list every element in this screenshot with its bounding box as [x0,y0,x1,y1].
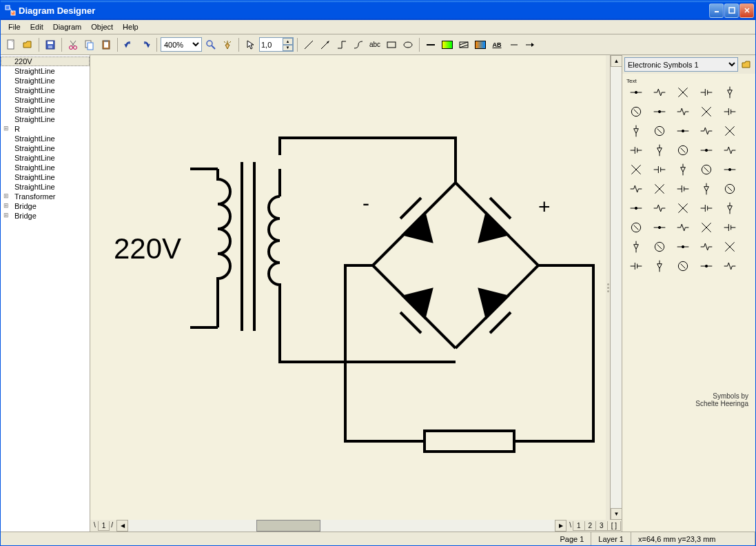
palette-symbol[interactable] [697,161,716,178]
symbol-palette[interactable]: Text Symbols by Schelte Heeringa [622,74,755,532]
zoom-icon[interactable] [203,37,218,52]
spin-up[interactable]: ▲ [283,38,293,45]
zoom-combo[interactable]: 400% [161,37,202,52]
undo-button[interactable] [121,37,136,52]
line-style-icon[interactable] [423,37,438,52]
tree-item[interactable]: StraightLine [1,172,90,182]
line-tool[interactable] [301,37,316,52]
palette-symbol[interactable] [626,84,646,101]
textformat-icon[interactable]: AB [489,37,504,52]
palette-symbol[interactable] [626,181,646,197]
palette-symbol[interactable] [626,258,646,274]
linecolor-icon[interactable] [440,37,455,52]
linewidth-spinner[interactable]: 1,0 ▲▼ [259,37,294,52]
palette-browse-icon[interactable] [739,58,753,72]
palette-symbol[interactable] [673,219,693,236]
palette-symbol[interactable] [697,258,716,274]
palette-symbol[interactable] [626,239,646,255]
tree-item[interactable]: Transformer [1,192,90,201]
layer-tab-new[interactable]: [ ] [607,521,621,531]
arrow-tool[interactable] [318,37,333,52]
palette-symbol[interactable] [697,219,716,236]
menu-object[interactable]: Object [86,21,118,32]
palette-symbol[interactable] [673,142,693,159]
palette-symbol[interactable] [650,181,669,197]
tree-item[interactable]: StraightLine [1,76,90,85]
object-tree[interactable]: 220VStraightLineStraightLineStraightLine… [1,55,90,532]
palette-symbol[interactable] [697,239,716,255]
pointer-tool[interactable] [243,37,258,52]
save-button[interactable] [43,37,58,52]
palette-symbol[interactable] [650,103,669,120]
palette-symbol[interactable] [626,123,646,139]
palette-symbol[interactable] [673,103,693,120]
canvas[interactable]: 220V - + [90,55,606,520]
palette-symbol[interactable] [650,200,669,216]
copy-button[interactable] [82,37,97,52]
tree-item[interactable]: StraightLine [1,114,90,124]
arrow-end-icon[interactable] [522,37,538,52]
open-button[interactable] [20,37,35,52]
minimize-button[interactable] [709,3,724,18]
palette-symbol[interactable] [720,219,739,236]
palette-symbol[interactable] [626,103,646,120]
palette-symbol[interactable] [697,142,716,159]
palette-symbol[interactable] [673,123,693,139]
scroll-up-icon[interactable]: ▲ [611,55,622,67]
palette-symbol[interactable] [650,161,669,178]
tree-item[interactable]: StraightLine [1,134,90,143]
palette-symbol[interactable] [720,200,739,216]
palette-symbol[interactable] [650,239,669,255]
palette-symbol[interactable] [720,142,739,159]
tree-item[interactable]: 220V [1,57,90,66]
tree-item[interactable]: StraightLine [1,182,90,192]
tree-item[interactable]: StraightLine [1,85,90,95]
palette-symbol[interactable] [720,239,739,255]
layer-tab-1[interactable]: 1 [573,521,585,531]
palette-symbol[interactable] [697,103,716,120]
close-button[interactable] [739,3,754,18]
cut-button[interactable] [65,37,81,52]
spin-down[interactable]: ▼ [283,45,293,52]
palette-symbol[interactable] [720,258,739,274]
palette-text-item[interactable]: Text [626,78,646,84]
palette-symbol[interactable] [673,200,693,216]
palette-symbol[interactable] [626,142,646,159]
text-tool[interactable]: abc [367,37,382,52]
page-tab-1[interactable]: 1 [98,521,110,531]
horizontal-scrollbar[interactable]: ◀ ▶ [116,520,566,532]
tree-item[interactable]: Bridge [1,201,90,211]
menu-edit[interactable]: Edit [25,21,48,32]
tree-item[interactable]: StraightLine [1,143,90,153]
tree-item[interactable]: StraightLine [1,163,90,172]
ellipse-tool[interactable] [400,37,416,52]
tree-item[interactable]: StraightLine [1,66,90,76]
palette-symbol[interactable] [673,181,693,197]
palette-symbol[interactable] [720,103,739,120]
palette-category-select[interactable]: Electronic Symbols 1 [624,57,738,72]
palette-symbol[interactable] [720,123,739,139]
palette-symbol[interactable] [673,161,693,178]
menu-file[interactable]: File [3,21,25,32]
palette-symbol[interactable] [673,258,693,274]
fillcolor-icon[interactable] [473,37,488,52]
paste-button[interactable] [99,37,114,52]
scroll-down-icon[interactable]: ▼ [611,508,622,520]
palette-symbol[interactable] [697,84,716,101]
connector1-tool[interactable] [334,37,349,52]
palette-symbol[interactable] [650,258,669,274]
maximize-button[interactable] [724,3,739,18]
layer-tab-3[interactable]: 3 [595,521,608,531]
scroll-left-icon[interactable]: ◀ [116,520,128,532]
palette-symbol[interactable] [626,219,646,236]
pan-icon[interactable] [220,37,235,52]
tree-item[interactable]: StraightLine [1,153,90,163]
palette-symbol[interactable] [673,84,693,101]
scroll-right-icon[interactable]: ▶ [555,520,566,532]
palette-symbol[interactable] [626,161,646,178]
palette-symbol[interactable] [697,181,716,197]
palette-symbol[interactable] [720,84,739,101]
rect-tool[interactable] [384,37,399,52]
redo-button[interactable] [138,37,153,52]
palette-symbol[interactable] [650,219,669,236]
